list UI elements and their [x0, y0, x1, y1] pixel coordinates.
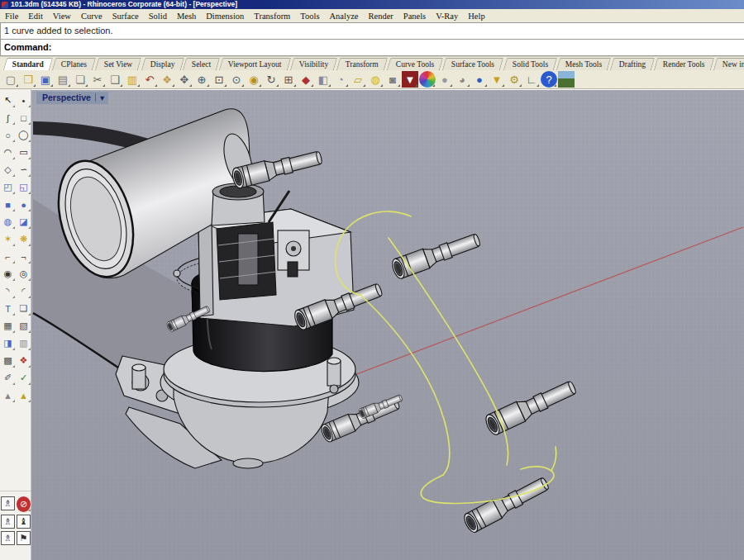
options-gear-icon[interactable]: ⚙ — [506, 71, 522, 88]
array-grid-icon[interactable]: ▩ — [1, 353, 15, 368]
dim-structure-icon[interactable]: ∟ — [523, 71, 540, 88]
move-view-icon[interactable]: ✥ — [176, 71, 193, 88]
revolve-icon[interactable]: ◍ — [1, 214, 15, 230]
block-structure-icon[interactable]: ❖ — [17, 353, 31, 368]
environment-map-icon[interactable] — [558, 71, 575, 88]
flag-light-icon[interactable]: ⚑ — [17, 531, 31, 545]
history-icon[interactable]: ◔ — [332, 71, 349, 88]
sweep-icon[interactable]: ◪ — [17, 214, 31, 230]
vray-material-icon[interactable]: ▼ — [402, 71, 418, 88]
menu-item-panels[interactable]: Panels — [398, 12, 431, 21]
menu-item-tools[interactable]: Tools — [295, 12, 324, 21]
shaded-sphere-icon[interactable]: ◕ — [454, 71, 470, 88]
tab-viewport-layout[interactable]: Viewport Layout — [219, 58, 291, 70]
menu-item-surface[interactable]: Surface — [107, 12, 144, 21]
disable-light-icon[interactable]: ⊘ — [17, 496, 31, 512]
freeform-curve-icon[interactable]: ∽ — [17, 162, 31, 178]
cplane-icon[interactable]: ◧ — [315, 71, 331, 88]
spotlight-light-icon[interactable]: ♗ — [1, 496, 15, 510]
ungroup-icon[interactable]: ▧ — [17, 318, 31, 334]
select-arrow-icon[interactable]: ↖ — [1, 93, 15, 108]
tab-transform[interactable]: Transform — [336, 58, 388, 70]
lock-icon[interactable]: ◙ — [384, 71, 401, 88]
point-icon[interactable]: • — [17, 93, 31, 108]
rectangle-icon[interactable]: ▭ — [17, 145, 31, 160]
viewport-canvas[interactable] — [31, 90, 744, 560]
layers-lightbulb-icon[interactable]: ◍ — [367, 71, 384, 88]
menu-item-render[interactable]: Render — [363, 12, 398, 21]
polygon-icon[interactable]: ◇ — [1, 162, 15, 178]
analyze-box-icon[interactable]: ▥ — [17, 335, 31, 351]
chevron-down-icon[interactable]: ▾ — [100, 93, 104, 102]
fillet-edge-icon[interactable]: ⌐ — [1, 249, 15, 264]
tab-new-in-v5[interactable]: New in V5 — [713, 58, 744, 70]
dome-light-icon[interactable]: ♗ — [1, 531, 15, 545]
menu-item-analyze[interactable]: Analyze — [324, 12, 363, 21]
surface-points-icon[interactable]: ◰ — [1, 179, 15, 195]
viewport-title-dropdown[interactable]: Perspective ▾ — [36, 92, 108, 104]
boolean-spheres-icon[interactable]: ◉ — [1, 266, 15, 282]
point-edit-icon[interactable]: ❏ — [17, 301, 31, 316]
zoom-selected-icon[interactable]: ⊙ — [228, 71, 245, 88]
menu-item-file[interactable]: File — [0, 12, 23, 21]
check-icon[interactable]: ✓ — [17, 370, 31, 386]
tab-solid-tools[interactable]: Solid Tools — [503, 58, 557, 70]
tab-standard[interactable]: Standard — [3, 58, 53, 70]
tab-visibility[interactable]: Visibility — [290, 58, 338, 70]
color-wheel-icon[interactable] — [419, 71, 436, 88]
tab-display[interactable]: Display — [141, 58, 184, 70]
tab-render-tools[interactable]: Render Tools — [654, 58, 714, 70]
render-sphere-icon[interactable]: ● — [436, 71, 453, 88]
save-icon[interactable]: ▣ — [37, 71, 54, 88]
menu-item-solid[interactable]: Solid — [144, 12, 172, 21]
tab-mesh-tools[interactable]: Mesh Tools — [556, 58, 612, 70]
cut-icon[interactable]: ✂ — [89, 71, 106, 88]
rotate-view-icon[interactable]: ↻ — [263, 71, 279, 88]
curve-control-points-icon[interactable]: ∫ — [1, 110, 15, 126]
boolean-circles-icon[interactable]: ◎ — [17, 266, 31, 282]
sphere-icon[interactable]: ● — [17, 197, 31, 212]
chamfer-edge-icon[interactable]: ¬ — [17, 249, 31, 264]
curve-blend-icon[interactable]: ◜ — [17, 283, 31, 299]
tab-surface-tools[interactable]: Surface Tools — [442, 58, 504, 70]
curve-fillet-icon[interactable]: ◝ — [1, 283, 15, 299]
undo-icon[interactable]: ↶ — [141, 71, 158, 88]
zoom-in-icon[interactable]: ⊕ — [193, 71, 210, 88]
new-file-icon[interactable]: ▢ — [2, 71, 19, 88]
zoom-window-icon[interactable]: ⊡ — [211, 71, 227, 88]
menu-item-transform[interactable]: Transform — [249, 12, 295, 21]
ellipse-icon[interactable]: ◯ — [17, 127, 31, 143]
cone-gold-icon[interactable]: ▲ — [17, 387, 31, 403]
print-icon[interactable]: ▤ — [55, 71, 71, 88]
annotate-pencil-icon[interactable]: ✐ — [1, 370, 15, 386]
command-prompt-input[interactable]: Command: — [0, 39, 744, 56]
volume-box-icon[interactable]: ◨ — [1, 335, 15, 351]
tab-select[interactable]: Select — [183, 58, 221, 70]
box-icon[interactable]: ■ — [1, 197, 15, 212]
menu-item-dimension[interactable]: Dimension — [201, 12, 249, 21]
open-file-icon[interactable]: ❒ — [20, 71, 36, 88]
zoom-extents-icon[interactable]: ◉ — [246, 71, 262, 88]
help-icon[interactable]: ? — [541, 71, 557, 88]
spotlight-cone-icon[interactable]: ▼ — [489, 71, 505, 88]
menu-item-curve[interactable]: Curve — [76, 12, 107, 21]
group-icon[interactable]: ▦ — [1, 318, 15, 334]
boolean-union-icon[interactable]: ✶ — [1, 231, 15, 247]
cone-icon[interactable]: ▲ — [1, 387, 15, 403]
copy-icon[interactable]: ❑ — [107, 71, 123, 88]
paste-icon[interactable]: ▥ — [124, 71, 141, 88]
tab-curve-tools[interactable]: Curve Tools — [387, 58, 444, 70]
pan-icon[interactable]: ❖ — [159, 71, 175, 88]
text-icon[interactable]: T — [1, 301, 15, 316]
layout-icon[interactable]: ▱ — [350, 71, 366, 88]
tab-cplanes[interactable]: CPlanes — [52, 58, 96, 70]
menu-item-edit[interactable]: Edit — [23, 12, 48, 21]
menu-item-v-ray[interactable]: V-Ray — [431, 12, 463, 21]
menu-item-mesh[interactable]: Mesh — [172, 12, 201, 21]
named-view-icon[interactable]: ◆ — [298, 71, 314, 88]
viewport-layout-icon[interactable]: ⊞ — [280, 71, 297, 88]
boolean-difference-icon[interactable]: ❋ — [17, 231, 31, 247]
arc-icon[interactable]: ◠ — [1, 145, 15, 160]
tab-drafting[interactable]: Drafting — [610, 58, 655, 70]
point-light-icon[interactable]: ♗ — [1, 515, 15, 529]
